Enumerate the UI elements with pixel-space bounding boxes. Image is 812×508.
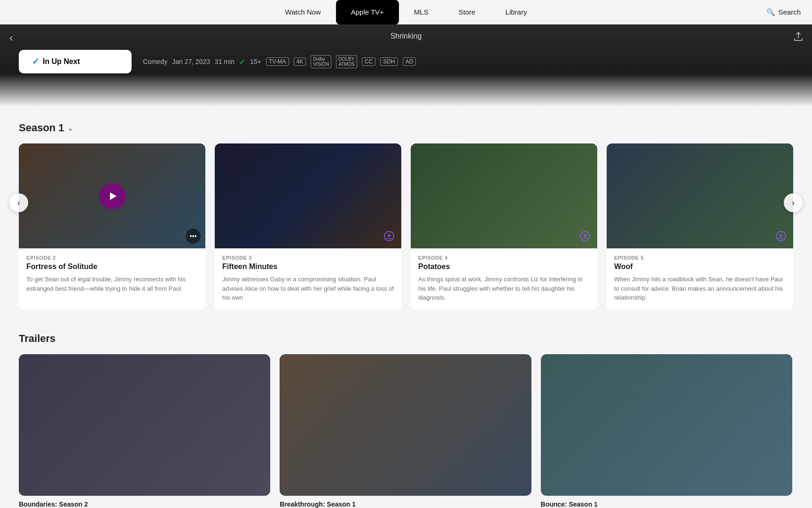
episode-thumb	[411, 143, 597, 248]
download-button[interactable]	[382, 229, 397, 244]
up-next-button[interactable]: ✓ In Up Next	[19, 50, 132, 73]
nav-watch-now[interactable]: Watch Now	[270, 0, 336, 24]
episode-thumbnail-bg	[411, 143, 597, 248]
dolby-vision-badge: DolbyVISION	[311, 55, 331, 68]
verified-icon: ✓	[239, 57, 245, 66]
episode-number: EPISODE 5	[614, 255, 786, 261]
episodes-container: ‹ ••• EPISODE 2 Fortress of Solitude To …	[19, 143, 793, 310]
episode-title: Woof	[614, 262, 786, 271]
episode-number: EPISODE 4	[418, 255, 590, 261]
episode-info: EPISODE 3 Fifteen Minutes Jimmy witnesse…	[215, 248, 401, 310]
episode-title: Potatoes	[418, 262, 590, 271]
trailer-title: Bounce: Season 1	[541, 500, 792, 508]
trailer-thumbnail	[19, 354, 270, 496]
show-title-bar: Shrinking	[11, 32, 801, 40]
trailers-title: Trailers	[19, 333, 793, 345]
play-button[interactable]	[99, 183, 125, 209]
nav-items: Watch Now Apple TV+ MLS Store Library	[270, 0, 542, 24]
episode-thumb	[215, 143, 401, 248]
show-title: Shrinking	[390, 32, 422, 40]
episode-card-3[interactable]: EPISODE 4 Potatoes As things spiral at w…	[411, 143, 597, 310]
main-content: Season 1 ⌄ ‹ ••• EPISODE 2 Fortress of S…	[0, 107, 812, 508]
trailer-card-3[interactable]: Bounce: Season 1	[541, 354, 792, 508]
header-content: ✓ In Up Next Comedy Jan 27, 2023 31 min …	[11, 50, 801, 73]
season-selector[interactable]: Season 1 ⌄	[19, 107, 793, 143]
trailer-title: Boundaries: Season 2	[19, 500, 270, 508]
download-button[interactable]	[773, 229, 789, 244]
episode-number: EPISODE 3	[222, 255, 394, 261]
nav-library[interactable]: Library	[491, 0, 542, 24]
share-button[interactable]	[794, 32, 803, 44]
nav-store[interactable]: Store	[444, 0, 491, 24]
scroll-left-arrow[interactable]: ‹	[9, 193, 28, 212]
trailer-title: Breakthrough: Season 1	[280, 500, 531, 508]
back-button[interactable]: ‹	[9, 32, 13, 44]
episode-card-2[interactable]: EPISODE 3 Fifteen Minutes Jimmy witnesse…	[215, 143, 401, 310]
trailer-thumbnail	[280, 354, 531, 496]
show-duration: 31 min	[215, 58, 234, 65]
trailer-thumbnail	[541, 354, 792, 496]
ad-badge: AD	[403, 57, 416, 66]
episode-description: As things spiral at work, Jimmy confront…	[418, 275, 590, 302]
dolby-atmos-badge: DOLBYATMOS	[336, 55, 357, 68]
nav-mls[interactable]: MLS	[399, 0, 444, 24]
trailers-section: Trailers Boundaries: Season 2 Breakthrou…	[19, 333, 793, 508]
search-label: Search	[778, 8, 801, 16]
show-header: ‹ Shrinking ✓ In Up Next Comedy Jan 27, …	[0, 24, 812, 107]
episode-thumb	[607, 143, 793, 248]
sdh-badge: SDH	[380, 57, 398, 66]
check-icon: ✓	[32, 56, 39, 67]
trailer-card-1[interactable]: Boundaries: Season 2	[19, 354, 270, 508]
episode-card-1[interactable]: ••• EPISODE 2 Fortress of Solitude To ge…	[19, 143, 205, 310]
show-meta: Comedy Jan 27, 2023 31 min ✓ 15+ TV-MA 4…	[143, 55, 416, 68]
tv-ma-badge: TV-MA	[266, 57, 289, 66]
episode-card-4[interactable]: EPISODE 5 Woof When Jimmy hits a roadblo…	[607, 143, 793, 310]
scroll-right-arrow[interactable]: ›	[784, 193, 803, 212]
search-bar[interactable]: 🔍 Search	[766, 8, 801, 16]
episode-title: Fortress of Solitude	[26, 262, 198, 271]
chevron-down-icon: ⌄	[67, 124, 73, 133]
show-rating: 15+	[250, 58, 261, 65]
episode-description: To get Sean out of legal trouble, Jimmy …	[26, 275, 198, 293]
4k-badge: 4K	[294, 57, 306, 66]
search-icon: 🔍	[766, 8, 775, 16]
episodes-row: ••• EPISODE 2 Fortress of Solitude To ge…	[19, 143, 793, 310]
episode-description: Jimmy witnesses Gaby in a compromising s…	[222, 275, 394, 302]
trailer-card-2[interactable]: Breakthrough: Season 1	[280, 354, 531, 508]
download-button[interactable]	[578, 229, 593, 244]
episode-info: EPISODE 4 Potatoes As things spiral at w…	[411, 248, 597, 310]
episode-info: EPISODE 5 Woof When Jimmy hits a roadblo…	[607, 248, 793, 310]
episode-thumbnail-bg	[607, 143, 793, 248]
episode-description: When Jimmy hits a roadblock with Sean, h…	[614, 275, 786, 302]
episode-number: EPISODE 2	[26, 255, 198, 261]
nav-apple-tv-plus[interactable]: Apple TV+	[336, 0, 399, 24]
up-next-label: In Up Next	[43, 57, 80, 66]
episode-thumb: •••	[19, 143, 205, 248]
episode-info: EPISODE 2 Fortress of Solitude To get Se…	[19, 248, 205, 301]
show-date: Jan 27, 2023	[172, 58, 210, 65]
show-genre: Comedy	[143, 58, 167, 65]
top-nav: Watch Now Apple TV+ MLS Store Library 🔍 …	[0, 0, 812, 24]
episode-thumbnail-bg	[215, 143, 401, 248]
season-label: Season 1	[19, 122, 64, 134]
episode-title: Fifteen Minutes	[222, 262, 394, 271]
cc-badge: CC	[362, 57, 375, 66]
trailers-row: Boundaries: Season 2 Breakthrough: Seaso…	[19, 354, 793, 508]
svg-marker-0	[110, 192, 117, 200]
